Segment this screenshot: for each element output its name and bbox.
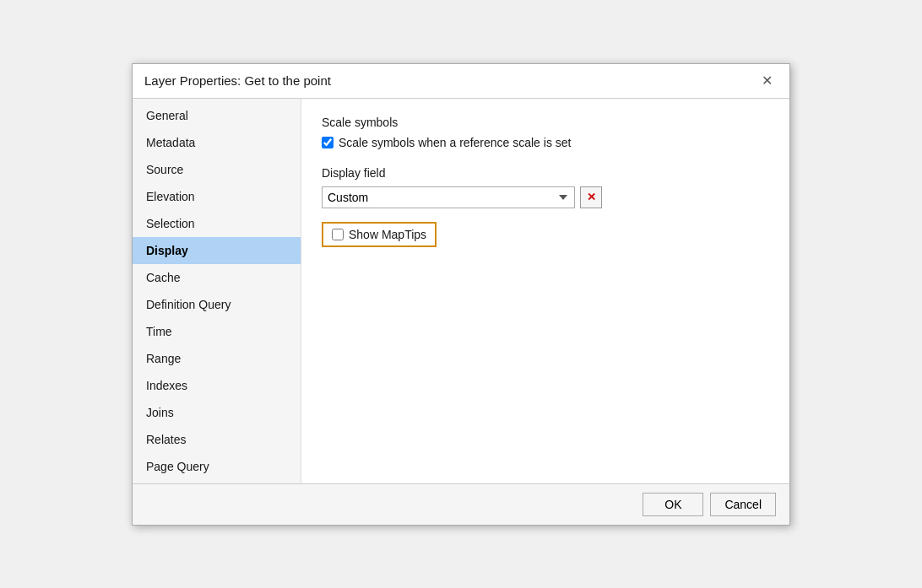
sidebar-item-joins[interactable]: Joins [133, 399, 301, 426]
close-button[interactable]: ✕ [757, 73, 778, 89]
sidebar-item-general[interactable]: General [133, 102, 301, 129]
layer-properties-dialog: Layer Properties: Get to the point ✕ Gen… [132, 63, 790, 526]
sidebar: General Metadata Source Elevation Select… [133, 99, 301, 483]
sidebar-item-source[interactable]: Source [133, 156, 301, 183]
sidebar-item-elevation[interactable]: Elevation [133, 183, 301, 210]
sidebar-item-range[interactable]: Range [133, 345, 301, 372]
dialog-title: Layer Properties: Get to the point [144, 73, 331, 88]
scale-symbols-row: Scale symbols when a reference scale is … [322, 136, 769, 149]
sidebar-item-page-query[interactable]: Page Query [133, 453, 301, 480]
sidebar-item-selection[interactable]: Selection [133, 210, 301, 237]
scale-symbols-heading: Scale symbols [322, 116, 769, 129]
show-maptips-label[interactable]: Show MapTips [349, 228, 426, 241]
sidebar-item-indexes[interactable]: Indexes [133, 372, 301, 399]
cancel-button[interactable]: Cancel [710, 493, 776, 516]
sidebar-item-relates[interactable]: Relates [133, 426, 301, 453]
dialog-body: General Metadata Source Elevation Select… [133, 99, 789, 483]
dialog-footer: OK Cancel [133, 483, 789, 525]
sidebar-item-cache[interactable]: Cache [133, 264, 301, 291]
sidebar-item-metadata[interactable]: Metadata [133, 129, 301, 156]
content-panel: Scale symbols Scale symbols when a refer… [301, 99, 789, 483]
title-bar: Layer Properties: Get to the point ✕ [133, 64, 789, 99]
display-field-select[interactable]: Custom [322, 186, 575, 208]
scale-symbols-label[interactable]: Scale symbols when a reference scale is … [339, 136, 571, 149]
clear-display-field-button[interactable]: ✕ [580, 186, 602, 208]
show-maptips-container: Show MapTips [322, 222, 437, 247]
show-maptips-checkbox[interactable] [332, 229, 344, 240]
ok-button[interactable]: OK [643, 493, 703, 516]
sidebar-item-time[interactable]: Time [133, 318, 301, 345]
scale-symbols-checkbox[interactable] [322, 137, 334, 148]
sidebar-item-definition-query[interactable]: Definition Query [133, 291, 301, 318]
display-field-heading: Display field [322, 166, 769, 180]
display-field-row: Custom ✕ [322, 186, 769, 208]
sidebar-item-display[interactable]: Display [133, 237, 301, 264]
